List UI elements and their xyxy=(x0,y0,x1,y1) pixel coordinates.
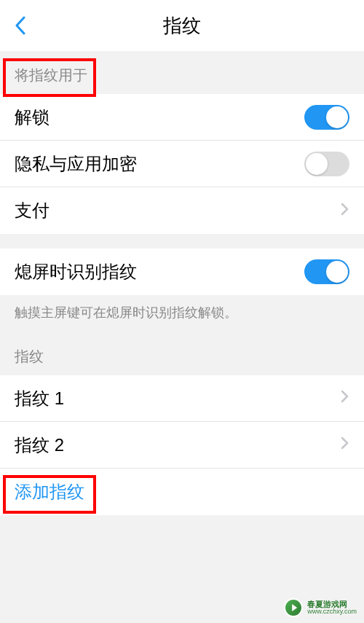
chevron-right-icon xyxy=(341,390,349,407)
page-title: 指纹 xyxy=(163,13,201,39)
toggle-knob xyxy=(326,106,348,128)
row-fingerprint-1[interactable]: 指纹 1 xyxy=(0,375,364,422)
toggle-knob xyxy=(306,153,328,175)
spacer xyxy=(0,234,364,248)
chevron-left-icon xyxy=(15,16,26,35)
row-fingerprint-2[interactable]: 指纹 2 xyxy=(0,422,364,469)
section-header-use-for: 将指纹用于 xyxy=(0,51,364,94)
chevron-right-icon xyxy=(341,436,349,453)
screenoff-toggle[interactable] xyxy=(304,259,349,284)
screenoff-label: 熄屏时识别指纹 xyxy=(15,260,137,283)
watermark-text: 春夏游戏网 www.czchxy.com xyxy=(307,600,357,616)
watermark-url: www.czchxy.com xyxy=(307,608,357,616)
section-header-fingerprints: 指纹 xyxy=(0,337,364,375)
privacy-toggle[interactable] xyxy=(304,152,349,176)
fingerprint-1-label: 指纹 1 xyxy=(15,387,64,410)
watermark: 春夏游戏网 www.czchxy.com xyxy=(284,598,357,617)
unlock-label: 解锁 xyxy=(15,106,50,129)
unlock-toggle[interactable] xyxy=(304,105,349,130)
list-use-for: 解锁 隐私与应用加密 支付 xyxy=(0,94,364,234)
list-screenoff: 熄屏时识别指纹 xyxy=(0,248,364,295)
pay-label: 支付 xyxy=(15,199,50,222)
add-fingerprint-label: 添加指纹 xyxy=(15,480,84,504)
row-screenoff[interactable]: 熄屏时识别指纹 xyxy=(0,248,364,295)
watermark-logo-icon xyxy=(284,598,303,617)
row-unlock[interactable]: 解锁 xyxy=(0,94,364,141)
row-privacy[interactable]: 隐私与应用加密 xyxy=(0,141,364,187)
header: 指纹 xyxy=(0,0,364,51)
row-add-fingerprint[interactable]: 添加指纹 xyxy=(0,469,364,515)
privacy-label: 隐私与应用加密 xyxy=(15,152,137,176)
fingerprint-2-label: 指纹 2 xyxy=(15,434,64,457)
back-button[interactable] xyxy=(13,15,28,36)
screenoff-hint: 触摸主屏键可在熄屏时识别指纹解锁。 xyxy=(0,295,364,337)
list-fingerprints: 指纹 1 指纹 2 添加指纹 xyxy=(0,375,364,515)
chevron-right-icon xyxy=(341,203,349,219)
row-pay[interactable]: 支付 xyxy=(0,187,364,234)
toggle-knob xyxy=(326,261,348,283)
